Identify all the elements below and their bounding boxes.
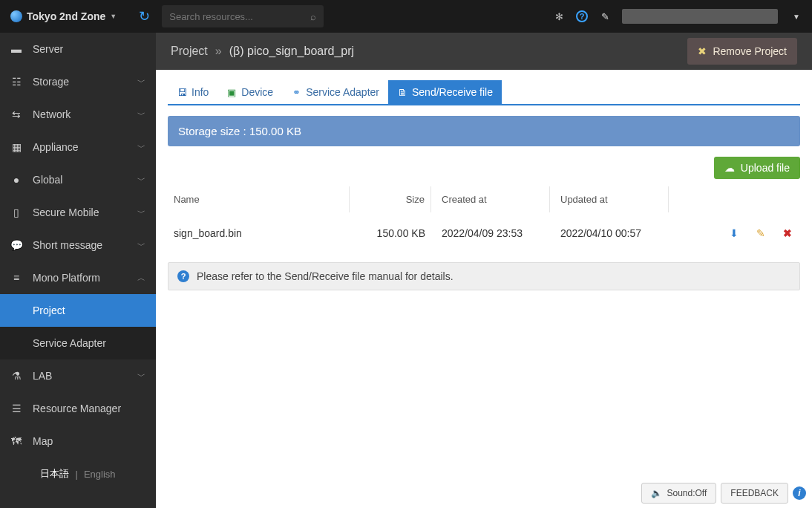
sidebar-item-label: Secure Mobile: [33, 206, 127, 218]
breadcrumb-bar: Project » (β) pico_sign_board_prj ✖ Remo…: [156, 33, 812, 70]
table-row: sign_board.bin150.00 KB2022/04/09 23:532…: [168, 212, 800, 253]
cell-size: 150.00 KB: [350, 221, 431, 245]
sidebar-item-storage[interactable]: ☷Storage﹀: [0, 65, 156, 98]
chevron-down-icon: ﹀: [137, 371, 145, 382]
cloud-upload-icon: ☁: [724, 162, 735, 174]
sidebar-item-label: Network: [33, 108, 127, 120]
chevron-down-icon: ﹀: [137, 175, 145, 186]
sidebar-item-short-message[interactable]: 💬Short message﹀: [0, 229, 156, 261]
storage-icon: ☷: [10, 76, 22, 88]
chevron-down-icon: ﹀: [137, 142, 145, 153]
globe-icon: [10, 10, 22, 22]
zone-label: Tokyo 2nd Zone: [27, 10, 105, 22]
tab-service-adapter[interactable]: ⚭Service Adapter: [282, 80, 388, 104]
refresh-button[interactable]: ↻: [127, 8, 162, 25]
network-icon: ⇆: [10, 108, 22, 120]
feedback-button[interactable]: FEEDBACK: [721, 483, 788, 504]
sidebar-item-mono-platform[interactable]: ≡Mono Platform︿: [0, 261, 156, 294]
col-updated[interactable]: Updated at: [550, 186, 669, 212]
sidebar-item-secure-mobile[interactable]: ▯Secure Mobile﹀: [0, 196, 156, 229]
tab-send-receive-file[interactable]: 🗎Send/Receive file: [388, 80, 502, 104]
info-text: Please refer to the Send/Receive file ma…: [197, 270, 454, 282]
zone-selector[interactable]: Tokyo 2nd Zone ▼: [0, 10, 127, 22]
top-bar: Tokyo 2nd Zone ▼ ↻ ⌕ ✻ ? ✎ ▼: [0, 0, 812, 33]
storage-size-banner: Storage size : 150.00 KB: [168, 116, 800, 146]
file-tab-icon: 🗎: [397, 87, 407, 97]
col-size[interactable]: Size: [350, 186, 431, 212]
chevron-down-icon: ﹀: [137, 109, 145, 120]
sidebar-item-label: Appliance: [33, 141, 127, 153]
gear-icon[interactable]: ✻: [552, 10, 566, 23]
account-indicator[interactable]: [622, 9, 778, 24]
sidebar-item-appliance[interactable]: ▦Appliance﹀: [0, 131, 156, 163]
map-icon: 🗺: [10, 435, 22, 447]
lang-en[interactable]: English: [84, 469, 116, 480]
sidebar-item-network[interactable]: ⇆Network﹀: [0, 98, 156, 131]
tabs: 🖫Info▣Device⚭Service Adapter🗎Send/Receiv…: [168, 80, 800, 105]
sidebar-item-label: Mono Platform: [33, 272, 127, 284]
tab-label: Service Adapter: [306, 86, 379, 98]
device-tab-icon: ▣: [226, 87, 237, 97]
account-caret-icon: ▼: [793, 13, 800, 21]
col-created[interactable]: Created at: [431, 186, 550, 212]
sidebar-item-label: Resource Manager: [33, 403, 145, 414]
info-tab-icon: 🖫: [177, 87, 187, 97]
sidebar-item-label: Global: [33, 174, 127, 186]
content-area: Project » (β) pico_sign_board_prj ✖ Remo…: [156, 33, 812, 508]
lang-jp[interactable]: 日本語: [40, 467, 69, 481]
sidebar-item-label: Short message: [33, 239, 127, 251]
sidebar-subitem-project[interactable]: Project: [0, 294, 156, 327]
sidebar-item-label: Map: [33, 435, 145, 447]
sound-label: Sound:Off: [667, 488, 707, 498]
col-actions: [669, 192, 800, 207]
tab-device[interactable]: ▣Device: [217, 80, 282, 104]
sidebar-subitem-service-adapter[interactable]: Service Adapter: [0, 327, 156, 359]
lab-icon: ⚗: [10, 370, 22, 382]
remove-project-button[interactable]: ✖ Remove Project: [687, 38, 797, 65]
feather-icon[interactable]: ✎: [598, 10, 612, 23]
info-button[interactable]: i: [793, 486, 806, 500]
search-input[interactable]: [169, 11, 310, 22]
info-box: ? Please refer to the Send/Receive file …: [168, 262, 800, 290]
sidebar-item-global[interactable]: ●Global﹀: [0, 163, 156, 196]
table-header: Name Size Created at Updated at: [168, 186, 800, 212]
tab-info[interactable]: 🖫Info: [168, 80, 217, 104]
download-icon[interactable]: ⬇: [727, 227, 741, 240]
sidebar-item-label: Server: [33, 43, 145, 55]
sidebar-item-map[interactable]: 🗺Map: [0, 425, 156, 457]
tab-label: Info: [191, 86, 209, 98]
upload-file-button[interactable]: ☁ Upload file: [714, 157, 800, 179]
sidebar: ▬Server☷Storage﹀⇆Network﹀▦Appliance﹀●Glo…: [0, 33, 156, 508]
appliance-icon: ▦: [10, 141, 22, 153]
language-switcher: 日本語|English: [0, 457, 156, 490]
sound-icon: 🔈: [651, 488, 662, 498]
tab-label: Device: [241, 86, 273, 98]
sidebar-item-resource-manager[interactable]: ☰Resource Manager: [0, 392, 156, 425]
delete-icon[interactable]: ✖: [781, 227, 794, 240]
sound-toggle-button[interactable]: 🔈 Sound:Off: [641, 483, 716, 504]
sidebar-item-label: Storage: [33, 76, 127, 88]
sidebar-item-server[interactable]: ▬Server: [0, 33, 156, 65]
cell-updated: 2022/04/10 00:57: [550, 221, 669, 245]
chevron-down-icon: ﹀: [137, 76, 145, 88]
search-box[interactable]: ⌕: [162, 5, 324, 27]
edit-icon[interactable]: ✎: [754, 227, 767, 240]
resource-manager-icon: ☰: [10, 403, 22, 414]
server-icon: ▬: [10, 43, 22, 55]
info-icon: ?: [177, 270, 189, 282]
sidebar-item-label: LAB: [33, 370, 127, 382]
help-icon[interactable]: ?: [576, 10, 588, 22]
bottom-bar: 🔈 Sound:Off FEEDBACK i: [641, 483, 806, 504]
breadcrumb-current: (β) pico_sign_board_prj: [229, 45, 354, 58]
caret-down-icon: ▼: [110, 13, 117, 20]
short-message-icon: 💬: [10, 239, 22, 251]
search-icon: ⌕: [310, 11, 316, 22]
col-name[interactable]: Name: [168, 186, 350, 212]
sidebar-item-lab[interactable]: ⚗LAB﹀: [0, 359, 156, 392]
chevron-up-icon: ︿: [137, 273, 145, 284]
global-icon: ●: [10, 174, 22, 186]
remove-icon: ✖: [698, 45, 707, 57]
tab-label: Send/Receive file: [412, 86, 493, 98]
breadcrumb-root[interactable]: Project: [171, 45, 208, 58]
cell-name: sign_board.bin: [168, 221, 350, 245]
